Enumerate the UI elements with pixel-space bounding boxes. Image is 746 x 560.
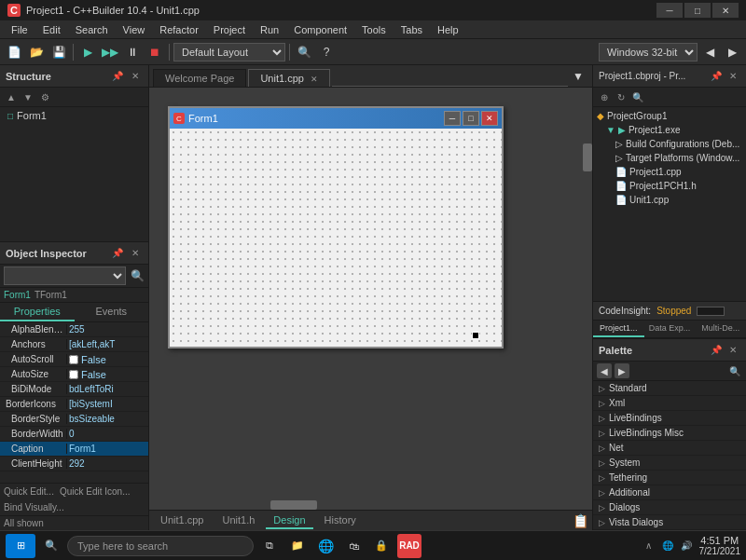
designer-settings-btn[interactable]: 📋 [572, 512, 588, 529]
proj-group[interactable]: ◆ ProjectGroup1 [593, 109, 746, 123]
palette-cat-livebindings[interactable]: ▷ LiveBindings [593, 411, 746, 426]
layout-dropdown[interactable]: Default Layout [173, 43, 285, 61]
tray-volume[interactable]: 🔊 [679, 539, 694, 553]
autosize-checkbox[interactable] [69, 370, 78, 379]
proj-toolbar-btn2[interactable]: ↻ [614, 89, 629, 104]
menu-tools[interactable]: Tools [354, 22, 394, 37]
prop-row-clientheight[interactable]: ClientHeight 292 [0, 457, 148, 471]
project-close[interactable]: ✕ [725, 69, 740, 84]
platform-dropdown[interactable]: Windows 32-bit [599, 43, 698, 61]
lock-icon[interactable]: 🔒 [369, 534, 394, 558]
menu-help[interactable]: Help [430, 22, 466, 37]
prop-row-bidimode[interactable]: BiDiMode bdLeftToRi [0, 382, 148, 397]
proj-toolbar-btn1[interactable]: ⊕ [597, 89, 612, 104]
autoscroll-checkbox[interactable] [69, 355, 78, 364]
structure-nav-down[interactable]: ▼ [21, 89, 35, 104]
start-button[interactable]: ⊞ [6, 534, 35, 558]
quick-edit-icon-button[interactable]: Quick Edit Icon... [60, 486, 131, 497]
palette-cat-dialogs[interactable]: ▷ Dialogs [593, 500, 746, 515]
tab-dropdown[interactable]: ▼ [568, 66, 588, 87]
rad-icon[interactable]: RAD [397, 534, 421, 558]
form-designer[interactable]: C Form1 ─ □ ✕ [149, 88, 592, 510]
stop-button[interactable]: ⏹ [145, 42, 165, 62]
tab-welcome-page[interactable]: Welcome Page [153, 69, 246, 87]
run-button[interactable]: ▶▶ [100, 42, 120, 62]
palette-cat-vista-dialogs[interactable]: ▷ Vista Dialogs [593, 515, 746, 530]
form-window[interactable]: C Form1 ─ □ ✕ [168, 106, 504, 348]
search-button[interactable]: 🔍 [294, 42, 314, 62]
menu-file[interactable]: File [4, 22, 35, 37]
bind-visually-button[interactable]: Bind Visually... [4, 502, 64, 512]
file-explorer-icon[interactable]: 📁 [285, 534, 310, 558]
palette-cat-tethering[interactable]: ▷ Tethering [593, 471, 746, 485]
tab-close-icon[interactable]: ✕ [311, 75, 318, 84]
palette-cat-additional[interactable]: ▷ Additional [593, 485, 746, 500]
palette-next[interactable]: ▶ [615, 363, 629, 378]
structure-pin[interactable]: 📌 [110, 69, 125, 84]
proj-project1-cpp[interactable]: 📄 Project1.cpp [593, 165, 746, 179]
menu-project[interactable]: Project [206, 22, 253, 37]
right-tab-dataexp[interactable]: Data Exp... [644, 321, 696, 337]
proj-target-platforms[interactable]: ▷ Target Platforms (Window... [593, 151, 746, 165]
palette-prev[interactable]: ◀ [597, 363, 612, 378]
quick-edit-button[interactable]: Quick Edit... [4, 486, 54, 497]
prop-row-caption[interactable]: Caption Form1 [0, 442, 148, 457]
menu-search[interactable]: Search [68, 22, 116, 37]
prop-row-autosize[interactable]: AutoSize False [0, 367, 148, 382]
oi-close[interactable]: ✕ [128, 246, 143, 261]
structure-form1[interactable]: □ Form1 [0, 107, 148, 124]
status-tab-unit1h[interactable]: Unit1.h [214, 512, 262, 529]
taskbar-search-box[interactable]: Type here to search [67, 536, 254, 556]
taskbar-search-icon[interactable]: 🔍 [39, 534, 63, 558]
maximize-button[interactable]: □ [684, 3, 711, 18]
structure-close[interactable]: ✕ [128, 69, 143, 84]
tab-unit1-cpp[interactable]: Unit1.cpp ✕ [248, 69, 330, 87]
prop-row-anchors[interactable]: Anchors [akLeft,akT [0, 337, 148, 352]
build-button[interactable]: ▶ [77, 42, 98, 62]
close-button[interactable]: ✕ [712, 3, 739, 18]
status-tab-unit1cpp[interactable]: Unit1.cpp [153, 512, 211, 529]
toolbar-extra2[interactable]: ▶ [722, 42, 742, 62]
oi-tab-properties[interactable]: Properties [0, 303, 75, 321]
palette-pin[interactable]: 📌 [709, 343, 724, 358]
palette-cat-xml[interactable]: ▷ Xml [593, 396, 746, 411]
prop-row-bordericons[interactable]: BorderIcons [biSystemI [0, 397, 148, 412]
menu-view[interactable]: View [116, 22, 153, 37]
oi-tab-events[interactable]: Events [75, 303, 149, 321]
form-close[interactable]: ✕ [481, 111, 498, 126]
proj-exe[interactable]: ▼ ▶ Project1.exe [593, 123, 746, 137]
pause-button[interactable]: ⏸ [122, 42, 143, 62]
prop-row-alphablend[interactable]: AlphaBlendValue 255 [0, 322, 148, 337]
structure-settings[interactable]: ⚙ [37, 89, 52, 104]
form-client-area[interactable] [170, 129, 502, 347]
project-pin[interactable]: 📌 [709, 69, 724, 84]
designer-scrollbar-h[interactable] [149, 500, 583, 510]
palette-cat-standard[interactable]: ▷ Standard [593, 381, 746, 396]
status-tab-history[interactable]: History [317, 512, 364, 529]
help-button[interactable]: ? [316, 42, 337, 62]
menu-component[interactable]: Component [286, 22, 354, 37]
prop-row-autoscroll[interactable]: AutoScroll False [0, 352, 148, 367]
prop-row-borderwidth[interactable]: BorderWidth 0 [0, 427, 148, 442]
menu-refactor[interactable]: Refactor [152, 22, 206, 37]
proj-build-configs[interactable]: ▷ Build Configurations (Deb... [593, 137, 746, 151]
clock[interactable]: 4:51 PM 7/21/2021 [699, 535, 741, 556]
right-tab-multide[interactable]: Multi-De... [695, 321, 746, 337]
toolbar-extra[interactable]: ◀ [699, 42, 720, 62]
palette-cat-net[interactable]: ▷ Net [593, 441, 746, 456]
status-tab-design[interactable]: Design [266, 512, 312, 529]
form-maximize[interactable]: □ [463, 111, 479, 126]
form-minimize[interactable]: ─ [444, 111, 461, 126]
proj-unit1-cpp[interactable]: 📄 Unit1.cpp [593, 193, 746, 207]
minimize-button[interactable]: ─ [656, 3, 683, 18]
oi-search-icon[interactable]: 🔍 [130, 268, 145, 283]
oi-object-selector[interactable] [4, 266, 126, 285]
menu-edit[interactable]: Edit [35, 22, 68, 37]
prop-row-borderstyle[interactable]: BorderStyle bsSizeable [0, 412, 148, 427]
store-icon[interactable]: 🛍 [341, 534, 366, 558]
structure-nav-up[interactable]: ▲ [4, 89, 19, 104]
task-view-icon[interactable]: ⧉ [257, 534, 282, 558]
designer-scrollbar-v[interactable] [583, 88, 592, 500]
proj-toolbar-search[interactable]: 🔍 [630, 89, 645, 104]
oi-pin[interactable]: 📌 [110, 246, 125, 261]
